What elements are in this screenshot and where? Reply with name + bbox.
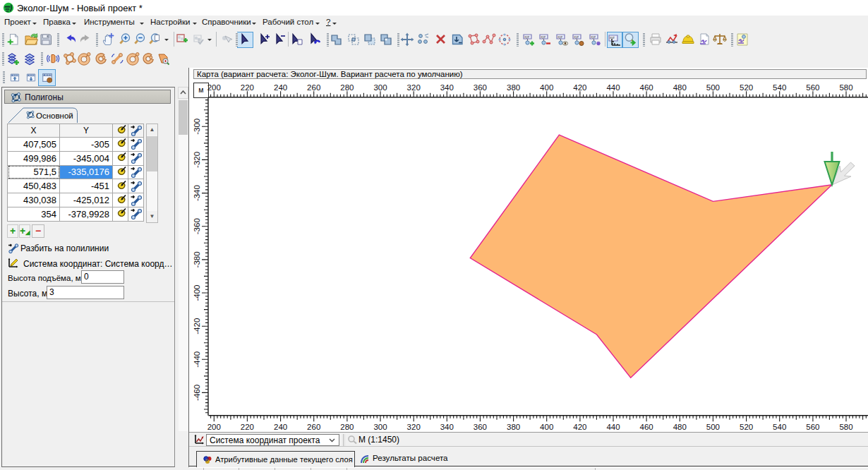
svg-text:-320: -320 xyxy=(193,152,201,168)
svg-text:440: 440 xyxy=(606,83,620,92)
svg-text:580: 580 xyxy=(839,83,852,92)
svg-text:xyz: xyz xyxy=(541,35,546,39)
svg-text:200: 200 xyxy=(207,423,221,431)
svg-text:xyz: xyz xyxy=(524,35,530,39)
svg-text:580: 580 xyxy=(839,423,852,431)
svg-text:-380: -380 xyxy=(193,251,201,267)
svg-text:240: 240 xyxy=(274,83,287,92)
svg-text:xyz: xyz xyxy=(557,35,563,39)
svg-text:500: 500 xyxy=(706,423,720,431)
svg-text:380: 380 xyxy=(507,83,520,92)
svg-text:540: 540 xyxy=(773,83,786,92)
svg-text:xyz: xyz xyxy=(610,36,615,40)
svg-text:-400: -400 xyxy=(193,284,201,301)
svg-text:300: 300 xyxy=(373,423,387,431)
svg-text:220: 220 xyxy=(241,423,254,431)
svg-text:340: 340 xyxy=(440,423,454,431)
svg-text:540: 540 xyxy=(773,423,786,431)
svg-text:340: 340 xyxy=(440,83,454,92)
svg-text:260: 260 xyxy=(307,83,320,92)
svg-text:-340: -340 xyxy=(193,185,201,201)
svg-text:-300: -300 xyxy=(193,119,201,135)
svg-text:280: 280 xyxy=(340,423,354,431)
svg-text:360: 360 xyxy=(474,423,487,431)
svg-text:280: 280 xyxy=(340,83,354,92)
svg-text:400: 400 xyxy=(540,423,553,431)
svg-text:260: 260 xyxy=(307,423,320,431)
svg-text:-420: -420 xyxy=(193,318,201,335)
svg-text:220: 220 xyxy=(241,83,254,92)
svg-text:460: 460 xyxy=(640,423,653,431)
svg-text:380: 380 xyxy=(507,423,520,431)
svg-text:560: 560 xyxy=(806,423,819,431)
svg-text:520: 520 xyxy=(740,83,753,92)
svg-text:xyz: xyz xyxy=(574,35,579,39)
svg-text:420: 420 xyxy=(573,83,586,92)
svg-text:xyz: xyz xyxy=(591,35,596,39)
svg-text:500: 500 xyxy=(706,83,720,92)
svg-text:-440: -440 xyxy=(193,351,201,368)
svg-text:320: 320 xyxy=(407,83,421,92)
svg-text:-460: -460 xyxy=(193,385,201,401)
svg-text:320: 320 xyxy=(407,423,421,431)
svg-text:460: 460 xyxy=(640,83,653,92)
svg-text:480: 480 xyxy=(673,423,687,431)
svg-text:420: 420 xyxy=(573,423,586,431)
svg-text:400: 400 xyxy=(540,83,553,92)
svg-text:560: 560 xyxy=(806,83,819,92)
svg-text:300: 300 xyxy=(373,83,387,92)
svg-text:-360: -360 xyxy=(193,218,201,234)
svg-text:480: 480 xyxy=(673,83,687,92)
svg-text:440: 440 xyxy=(606,423,620,431)
svg-text:360: 360 xyxy=(474,83,487,92)
svg-text:520: 520 xyxy=(740,423,753,431)
svg-text:200: 200 xyxy=(207,83,221,92)
svg-text:240: 240 xyxy=(274,423,287,431)
